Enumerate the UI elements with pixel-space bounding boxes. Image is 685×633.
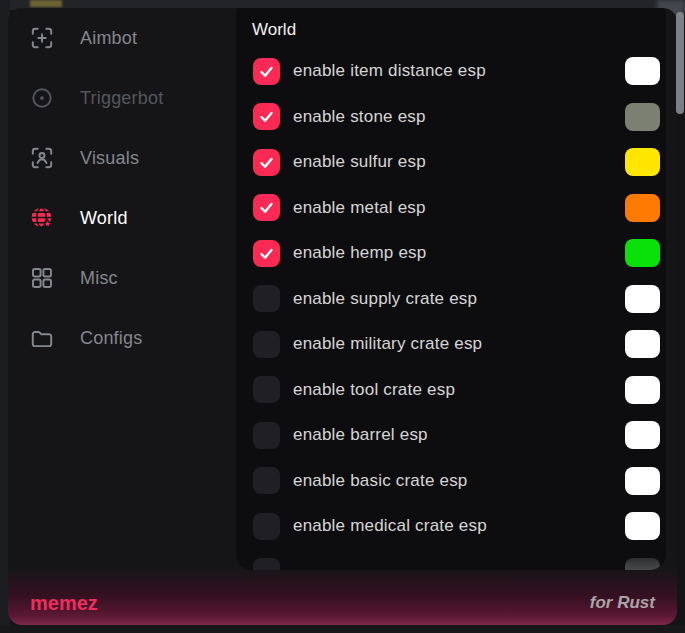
option-row: enable supply crate esp (236, 285, 666, 313)
color-swatch[interactable] (625, 421, 660, 449)
checkbox[interactable] (253, 240, 280, 267)
option-row: enable medical crate esp (236, 512, 666, 540)
option-row: enable metal esp (236, 194, 666, 222)
footer-bar: memez for Rust (8, 567, 677, 625)
checkbox[interactable] (253, 422, 280, 449)
sidebar-item-label: World (80, 208, 128, 229)
checkbox[interactable] (253, 58, 280, 85)
color-swatch[interactable] (625, 467, 660, 495)
world-icon (29, 205, 55, 231)
visuals-icon (29, 145, 55, 171)
option-label: enable supply crate esp (293, 289, 477, 309)
option-row: enable stone esp (236, 103, 666, 131)
configs-icon (29, 325, 55, 351)
sidebar-item-label: Aimbot (80, 28, 137, 49)
option-label: enable metal esp (293, 198, 426, 218)
sidebar-item-configs[interactable]: Configs (8, 308, 236, 368)
option-label: enable sulfur esp (293, 152, 426, 172)
background-artifact (30, 0, 62, 7)
sidebar-item-label: Visuals (80, 148, 139, 169)
color-swatch[interactable] (625, 330, 660, 358)
screen: AimbotTriggerbotVisualsWorldMiscConfigs … (0, 0, 685, 633)
checkbox[interactable] (253, 149, 280, 176)
checkbox[interactable] (253, 376, 280, 403)
option-label: enable item distance esp (293, 61, 486, 81)
checkbox[interactable] (253, 194, 280, 221)
checkbox[interactable] (253, 103, 280, 130)
cheat-window: AimbotTriggerbotVisualsWorldMiscConfigs … (8, 8, 677, 625)
misc-icon (29, 265, 55, 291)
sidebar-item-aimbot[interactable]: Aimbot (8, 8, 236, 68)
triggerbot-icon (29, 85, 55, 111)
color-swatch[interactable] (625, 376, 660, 404)
background-scrollbar[interactable] (676, 12, 684, 114)
sidebar-item-label: Configs (80, 328, 142, 349)
sidebar-item-visuals[interactable]: Visuals (8, 128, 236, 188)
sidebar-item-world[interactable]: World (8, 188, 236, 248)
option-row: enable military crate esp (236, 330, 666, 358)
option-label: enable barrel esp (293, 425, 428, 445)
option-row: enable sulfur esp (236, 148, 666, 176)
sidebar-item-label: Triggerbot (80, 88, 163, 109)
color-swatch[interactable] (625, 103, 660, 131)
option-row: enable basic crate esp (236, 467, 666, 495)
color-swatch[interactable] (625, 512, 660, 540)
color-swatch[interactable] (625, 285, 660, 313)
aimbot-icon (29, 25, 55, 51)
sidebar-item-label: Misc (80, 268, 118, 289)
option-label: enable military crate esp (293, 334, 482, 354)
options-list: enable item distance espenable stone esp… (236, 8, 666, 570)
option-label: enable basic crate esp (293, 471, 468, 491)
checkbox[interactable] (253, 285, 280, 312)
option-label: enable stone esp (293, 107, 426, 127)
sidebar-item-triggerbot[interactable]: Triggerbot (8, 68, 236, 128)
option-row: enable item distance esp (236, 57, 666, 85)
color-swatch[interactable] (625, 194, 660, 222)
option-row: enable barrel esp (236, 421, 666, 449)
option-label: enable hemp esp (293, 243, 426, 263)
color-swatch[interactable] (625, 239, 660, 267)
option-row: enable tool crate esp (236, 376, 666, 404)
color-swatch[interactable] (625, 148, 660, 176)
sidebar-item-misc[interactable]: Misc (8, 248, 236, 308)
brand-label: memez (30, 592, 98, 615)
option-row: enable hemp esp (236, 239, 666, 267)
tagline-label: for Rust (590, 593, 655, 613)
background-bottom-strip (0, 625, 685, 633)
checkbox[interactable] (253, 331, 280, 358)
sidebar: AimbotTriggerbotVisualsWorldMiscConfigs (8, 8, 236, 625)
checkbox[interactable] (253, 467, 280, 494)
option-label: enable tool crate esp (293, 380, 455, 400)
checkbox[interactable] (253, 513, 280, 540)
option-label: enable medical crate esp (293, 516, 487, 536)
world-panel: World enable item distance espenable sto… (236, 8, 666, 570)
color-swatch[interactable] (625, 57, 660, 85)
